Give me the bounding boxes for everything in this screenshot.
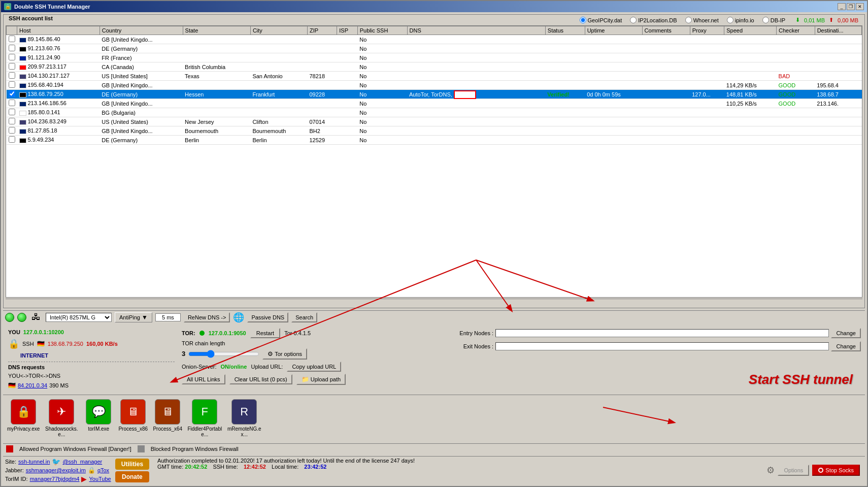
twitter-handle[interactable]: @ssh_manager: [62, 459, 102, 465]
exit-nodes-input[interactable]: [495, 342, 829, 350]
table-row[interactable]: 104.236.83.249 US (United States) New Je…: [7, 117, 862, 126]
row-checkbox[interactable]: [7, 62, 17, 72]
row-checker: [777, 53, 815, 62]
row-checkbox[interactable]: [7, 81, 17, 90]
table-row[interactable]: 185.80.0.141 BG (Bulgaria) No: [7, 108, 862, 117]
table-row[interactable]: 89.145.86.40 GB [United Kingdo... No: [7, 35, 862, 44]
col-state[interactable]: State: [183, 26, 250, 35]
geo-option-whoer[interactable]: Whoer.net: [685, 17, 719, 23]
row-zip: [307, 44, 337, 53]
cpu-dropdown[interactable]: Intel(R) 8257ML G: [46, 313, 112, 322]
table-row[interactable]: 213.146.186.56 GB [United Kingdo... No 1…: [7, 99, 862, 108]
col-dest[interactable]: Destinati...: [815, 26, 861, 35]
row-checkbox[interactable]: [7, 53, 17, 62]
dns-requests-label: DNS requests: [8, 363, 175, 372]
col-uptime[interactable]: Uptime: [585, 26, 642, 35]
power-button-1[interactable]: [5, 313, 14, 322]
qtox-link[interactable]: qTox: [97, 467, 109, 473]
upload-path-button[interactable]: 📁 Upload path: [296, 374, 346, 385]
de-ip-link[interactable]: 84.201.0.34: [18, 381, 47, 391]
jabber-email[interactable]: sshmanager@exploit.im: [26, 467, 86, 473]
site-url[interactable]: ssh-tunnel.in: [18, 459, 50, 465]
utilities-button[interactable]: Utilities: [115, 459, 149, 470]
row-pubssh: No: [357, 81, 407, 90]
app-item-0[interactable]: 🔒 myPrivacy.exe: [7, 399, 40, 437]
tor-section: TOR: 127.0.0.1:9050 Restart Tor 0.4.1.5 …: [180, 326, 449, 387]
table-row[interactable]: 195.68.40.194 GB [United Kingdo... No 11…: [7, 81, 862, 90]
table-row[interactable]: 104.130.217.127 US [United States] Texas…: [7, 72, 862, 81]
table-row[interactable]: 91.213.60.76 DE (Germany) No: [7, 44, 862, 53]
anti-ping-button[interactable]: AntiPing ▼: [115, 312, 152, 322]
restart-button[interactable]: Restart: [250, 328, 280, 338]
app-item-6[interactable]: R mRemoteNG.ex...: [226, 399, 262, 437]
clear-url-list-button[interactable]: Clear URL list (0 pcs): [229, 374, 292, 384]
app-icon-4: 🖥: [155, 399, 180, 425]
col-host[interactable]: Host: [17, 26, 100, 35]
torim-id[interactable]: manager77bjdqdm4: [30, 476, 80, 482]
passive-dns-button[interactable]: Passive DNS: [247, 312, 288, 322]
restore-button[interactable]: ❐: [847, 3, 855, 10]
copy-upload-url-button[interactable]: Copy upload URL: [287, 362, 341, 372]
exit-nodes-label: Exit Nodes :: [453, 343, 493, 349]
col-speed[interactable]: Speed: [724, 26, 777, 35]
app-item-4[interactable]: 🖥 Process_x64: [152, 399, 183, 437]
table-row[interactable]: 209.97.213.117 CA (Canada) British Colum…: [7, 62, 862, 72]
table-row[interactable]: 81.27.85.18 GB [United Kingdo... Bournem…: [7, 126, 862, 136]
geo-option-ip2loc[interactable]: IP2Location.DB: [630, 17, 677, 23]
all-url-links-button[interactable]: All URL Links: [182, 374, 225, 384]
col-pubssh[interactable]: Public SSH: [357, 26, 407, 35]
row-checkbox[interactable]: [7, 99, 17, 108]
col-city[interactable]: City: [250, 26, 307, 35]
table-row[interactable]: 5.9.49.234 DE (Germany) Berlin Berlin 12…: [7, 136, 862, 145]
row-speed: [724, 62, 777, 72]
row-checkbox[interactable]: [7, 72, 17, 81]
col-proxy[interactable]: Proxy: [690, 26, 724, 35]
geo-option-geoip[interactable]: GeoIPCity.dat: [580, 17, 622, 23]
row-dns: [407, 136, 545, 145]
row-checkbox[interactable]: [7, 126, 17, 136]
geo-option-dbip[interactable]: DB-IP: [762, 17, 785, 23]
row-checkbox[interactable]: [7, 117, 17, 126]
youtube-link[interactable]: YouTube: [89, 476, 111, 482]
geo-option-ipinfo[interactable]: ipinfo.io: [727, 17, 754, 23]
power-button-2[interactable]: [17, 313, 26, 322]
row-host: 195.68.40.194: [17, 81, 100, 90]
row-checkbox[interactable]: [7, 35, 17, 44]
col-status[interactable]: Status: [545, 26, 585, 35]
app-item-5[interactable]: F Fiddler4Portable...: [187, 399, 222, 437]
entry-nodes-input[interactable]: [495, 329, 829, 337]
col-country[interactable]: Country: [99, 26, 183, 35]
row-checkbox[interactable]: [7, 44, 17, 53]
row-checkbox[interactable]: [7, 108, 17, 117]
horizontal-scrollbar[interactable]: [6, 299, 862, 306]
close-button[interactable]: ✕: [856, 3, 864, 10]
chain-length-slider[interactable]: [188, 350, 259, 358]
exit-change-button[interactable]: Change: [831, 341, 861, 351]
table-row[interactable]: 91.121.24.90 FR (France) No: [7, 53, 862, 62]
ssh-table-container[interactable]: Host Country State City ZIP ISP Public S…: [6, 25, 862, 298]
col-comments[interactable]: Comments: [642, 26, 690, 35]
row-state: [183, 44, 250, 53]
app-item-1[interactable]: ✈ Shadowsocks.e...: [44, 399, 79, 437]
row-checkbox[interactable]: [7, 90, 17, 99]
col-isp[interactable]: ISP: [337, 26, 357, 35]
table-row[interactable]: 138.68.79.250 DE (Germany) Hessen Frankf…: [7, 90, 862, 99]
renew-dns-button[interactable]: ReNew DNS ->: [184, 312, 230, 322]
app-item-2[interactable]: 💬 torIM.exe: [83, 399, 114, 437]
col-zip[interactable]: ZIP: [307, 26, 337, 35]
options-button[interactable]: Options: [778, 465, 809, 476]
donate-button[interactable]: Donate: [115, 471, 149, 482]
row-isp: [337, 44, 357, 53]
ping-display: 5 ms: [155, 313, 181, 321]
stop-socks-button[interactable]: Stop Socks: [812, 465, 860, 476]
app-item-3[interactable]: 🖥 Process_x86: [118, 399, 148, 437]
row-checkbox[interactable]: [7, 136, 17, 145]
col-dns[interactable]: DNS: [407, 26, 545, 35]
entry-change-button[interactable]: Change: [831, 328, 861, 338]
row-status: Verified!: [545, 90, 585, 99]
row-zip: 12529: [307, 136, 337, 145]
search-button[interactable]: Search: [291, 312, 317, 322]
col-checker[interactable]: Checker: [777, 26, 815, 35]
minimize-button[interactable]: _: [838, 3, 846, 10]
tor-options-button[interactable]: ⚙ Tor options: [262, 348, 307, 360]
